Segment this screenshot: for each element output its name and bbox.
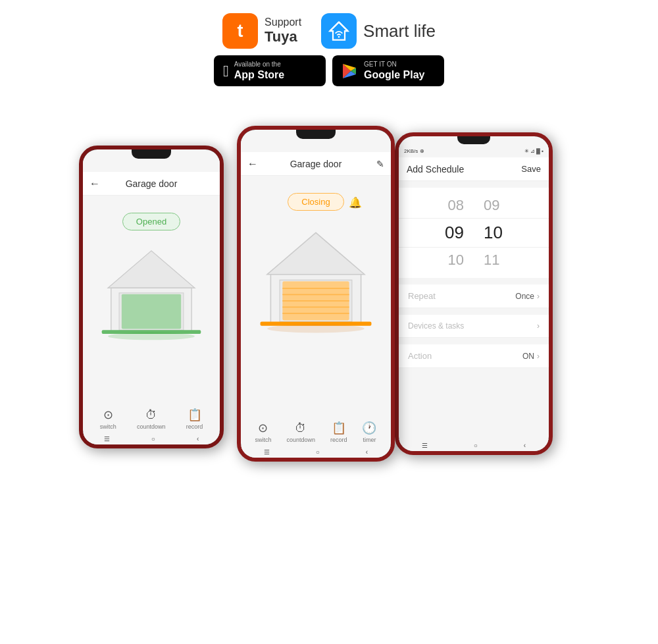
svg-line-2: [330, 22, 340, 32]
time-row-bottom: 10 11: [399, 248, 549, 273]
tuya-logo: t Support Tuya: [222, 13, 301, 49]
action-option[interactable]: Action ON ›: [399, 344, 549, 368]
svg-point-13: [108, 333, 195, 340]
schedule-options: Repeat Once › Devices & tasks › Action: [399, 284, 549, 368]
phone-left: ← Garage door Opened: [79, 146, 224, 448]
time-picker: 08 09 09 10 10 11: [399, 188, 549, 278]
phone-center-screen: ← Garage door ✎ Closing 🔔: [241, 130, 391, 458]
save-button[interactable]: Save: [521, 164, 541, 174]
store-badges:  Available on the App Store GET IT ON G…: [214, 55, 444, 86]
record-icon-c: 📋: [332, 421, 346, 435]
brand-section: t Support Tuya: [214, 0, 444, 86]
back-arrow-center[interactable]: ←: [247, 158, 258, 170]
tuya-icon: t: [222, 13, 258, 49]
notch-center: [296, 130, 336, 139]
googleplay-text: GET IT ON Google Play: [364, 61, 424, 81]
action-chevron: ›: [537, 352, 540, 361]
appstore-badge[interactable]:  Available on the App Store: [214, 55, 326, 86]
phone-right-screen: 2KB/s ⊕ ✳ ⊿ ▓ ▪ Add Schedule Save 08 09 …: [399, 136, 549, 451]
googleplay-icon: [342, 63, 359, 80]
svg-point-3: [338, 36, 340, 38]
switch-icon: ⊙: [103, 408, 113, 422]
schedule-header: Add Schedule Save: [399, 157, 549, 181]
bell-icon: 🔔: [349, 196, 362, 208]
repeat-chevron: ›: [537, 292, 540, 301]
nav-record-left[interactable]: 📋 record: [186, 408, 203, 430]
bottom-nav-center: ⊙ switch ⏱ countdown 📋 record 🕐 timer: [241, 421, 391, 443]
bottom-nav-left: ⊙ switch ⏱ countdown 📋 record: [83, 408, 220, 430]
status-bar-left: [83, 159, 220, 172]
nav-switch-left[interactable]: ⊙ switch: [100, 408, 116, 430]
time-row-active[interactable]: 09 10: [399, 218, 549, 248]
app-header-center: ← Garage door ✎: [241, 152, 391, 176]
tuya-text: Support Tuya: [265, 16, 301, 46]
svg-marker-14: [267, 233, 365, 275]
tuya-support-label: Support: [265, 16, 301, 28]
app-title-left: Garage door: [126, 178, 178, 189]
notch-right: [457, 136, 490, 144]
brand-logos: t Support Tuya: [222, 13, 436, 49]
smartlife-logo: Smart life: [321, 13, 436, 49]
nav-record-center[interactable]: 📋 record: [330, 421, 347, 443]
phone-left-screen: ← Garage door Opened: [83, 149, 220, 444]
switch-icon-c: ⊙: [258, 421, 268, 435]
smartlife-label: Smart life: [363, 21, 436, 41]
app-header-left: ← Garage door: [83, 172, 220, 196]
svg-text:t: t: [238, 21, 243, 41]
devices-option[interactable]: Devices & tasks ›: [399, 315, 549, 338]
svg-rect-11: [122, 294, 181, 329]
nav-countdown-center[interactable]: ⏱ countdown: [286, 421, 315, 443]
door-status-closing: Closing 🔔: [288, 193, 343, 211]
garage-closing: [241, 219, 391, 337]
schedule-title: Add Schedule: [407, 164, 464, 174]
back-arrow-left[interactable]: ←: [89, 178, 100, 190]
notch-left: [132, 149, 171, 159]
apple-icon: : [223, 62, 229, 80]
repeat-option[interactable]: Repeat Once ›: [399, 284, 549, 308]
svg-point-24: [267, 325, 365, 333]
nav-switch-center[interactable]: ⊙ switch: [255, 421, 271, 443]
phone-right: 2KB/s ⊕ ✳ ⊿ ▓ ▪ Add Schedule Save 08 09 …: [395, 132, 553, 455]
android-nav-center: ☰ ○ ‹: [241, 446, 391, 458]
door-status-opened: Opened: [122, 213, 180, 230]
phone-center: ← Garage door ✎ Closing 🔔: [237, 126, 395, 462]
countdown-icon-c: ⏱: [295, 421, 307, 435]
record-icon: 📋: [188, 408, 202, 422]
nav-timer-center[interactable]: 🕐 timer: [362, 421, 376, 443]
time-row-top: 08 09: [399, 193, 549, 218]
phones-section: ← Garage door Opened: [46, 93, 612, 541]
tuya-name-label: Tuya: [265, 28, 301, 45]
googleplay-badge[interactable]: GET IT ON Google Play: [332, 55, 444, 86]
status-bar-center: [241, 139, 391, 152]
countdown-icon: ⏱: [145, 408, 157, 422]
garage-opened: [83, 238, 220, 344]
android-nav-right: ☰ ○ ‹: [399, 439, 549, 451]
devices-chevron: ›: [537, 321, 540, 331]
android-nav-left: ☰ ○ ‹: [83, 433, 220, 444]
svg-marker-8: [108, 251, 195, 288]
app-title-center: Garage door: [290, 159, 342, 169]
smartlife-icon: [321, 13, 357, 49]
edit-icon-center[interactable]: ✎: [376, 159, 384, 169]
nav-countdown-left[interactable]: ⏱ countdown: [137, 408, 166, 430]
appstore-text: Available on the App Store: [234, 61, 284, 81]
status-bar-right: 2KB/s ⊕ ✳ ⊿ ▓ ▪: [399, 144, 549, 157]
timer-icon-c: 🕐: [362, 421, 376, 435]
